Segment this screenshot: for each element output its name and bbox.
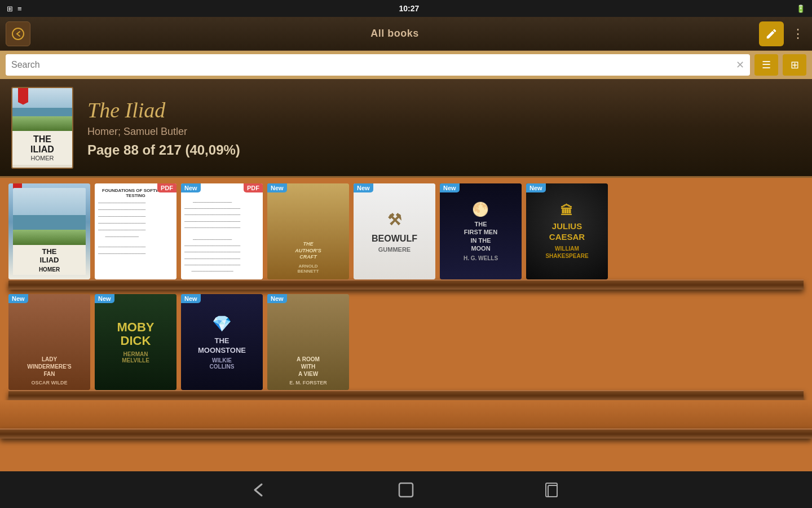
book-julius-caesar[interactable]: New 🏛 JULIUSCAESAR WILLIAMSHAKESPEARE — [526, 183, 608, 279]
book-first-men[interactable]: New 🌕 THEFIRST MENIN THEMOON H. G. WELLS — [440, 183, 522, 279]
book-lady-windermere[interactable]: New LADYWINDERMERE'SFAN OSCAR WILDE — [8, 294, 90, 390]
shelf-row-2: New LADYWINDERMERE'SFAN OSCAR WILDE New — [8, 294, 804, 390]
book-beowulf[interactable]: New ⚒ BEOWULF GUMMERE — [354, 183, 435, 279]
moon-icon: 🌕 — [464, 202, 498, 217]
featured-ribbon — [18, 88, 28, 105]
status-bar: ⊞ ≡ 10:27 🔋 — [0, 0, 812, 17]
grid-icon: ⊞ — [7, 5, 13, 13]
svg-point-0 — [12, 28, 24, 40]
book-title: A ROOMWITHA VIEW — [289, 356, 327, 378]
status-time: 10:27 — [399, 4, 419, 13]
svg-rect-3 — [548, 485, 557, 497]
search-input-wrap[interactable]: ✕ — [6, 54, 750, 76]
book-title: THEILIAD — [15, 247, 83, 265]
pdf-badge: PDF — [244, 183, 263, 192]
book-content: ────────────── ──────────────────── ────… — [184, 199, 240, 274]
new-badge: New — [8, 294, 28, 303]
book-moonstone[interactable]: New 💎 THEMOONSTONE WILKIECOLLINS — [181, 294, 263, 390]
back-button[interactable] — [6, 21, 30, 46]
book-room-view[interactable]: New A ROOMWITHA VIEW E. M. FORSTER — [267, 294, 349, 390]
nav-home-button[interactable] — [389, 476, 423, 504]
edit-button[interactable] — [759, 21, 784, 46]
status-icons-left: ⊞ ≡ — [7, 5, 22, 13]
bars-icon: ≡ — [17, 5, 22, 13]
clear-search-button[interactable]: ✕ — [736, 59, 744, 71]
shelf-section: THEILIAD HOMER PDF FOUNDATIONS OF SOFTWA… — [0, 178, 812, 471]
new-badge: New — [95, 294, 114, 303]
book-title: THEMOONSTONE — [198, 336, 246, 356]
book-author: GUMMERE — [372, 246, 417, 253]
featured-book-banner[interactable]: THEILIAD HOMER The Iliad Homer; Samuel B… — [0, 79, 812, 178]
app-wrapper: ⊞ ≡ 10:27 🔋 All books ⋮ — [0, 0, 812, 508]
shelf-board-3 — [0, 428, 812, 439]
nav-back-button[interactable] — [242, 476, 276, 504]
featured-info: The Iliad Homer; Samuel Butler Page 88 o… — [87, 98, 801, 158]
svg-rect-1 — [399, 483, 413, 497]
search-bar: ✕ ☰ ⊞ — [0, 51, 812, 79]
status-icons-right: 🔋 — [796, 5, 805, 13]
book-title: JULIUSCAESAR — [545, 221, 588, 243]
featured-title: The Iliad — [87, 98, 801, 122]
battery-icon: 🔋 — [796, 5, 805, 13]
book-author: HOMER — [15, 266, 83, 273]
new-badge: New — [267, 294, 287, 303]
book-title: MOBYDICK — [117, 321, 155, 348]
featured-cover: THEILIAD HOMER — [11, 87, 73, 169]
book-author: E. M. FORSTER — [289, 380, 327, 386]
book-author: H. G. WELLS — [464, 255, 498, 261]
search-input[interactable] — [11, 60, 736, 70]
book-unknown-pdf[interactable]: New PDF ────────────── ─────────────────… — [181, 183, 263, 279]
moonstone-icon: 💎 — [198, 314, 246, 333]
book-content: ───────────────── ───────────────── ────… — [98, 200, 145, 256]
featured-author: Homer; Samuel Butler — [87, 126, 801, 138]
new-badge: New — [354, 183, 373, 192]
book-author: OSCAR WILDE — [27, 380, 72, 386]
shelf-row-1-wrap: THEILIAD HOMER PDF FOUNDATIONS OF SOFTWA… — [0, 178, 812, 290]
nav-recents-button[interactable] — [536, 476, 570, 504]
laurel-icon: 🏛 — [545, 204, 588, 218]
featured-progress: Page 88 of 217 (40,09%) — [87, 142, 801, 158]
beowulf-hammer-icon: ⚒ — [372, 211, 417, 229]
book-subtitle: THEAUTHOR'SCRAFT — [295, 241, 321, 261]
book-title: LADYWINDERMERE'SFAN — [27, 356, 72, 378]
book-foundations[interactable]: PDF FOUNDATIONS OF SOFTWARE TESTING ────… — [95, 183, 176, 279]
more-menu-button[interactable]: ⋮ — [789, 21, 806, 46]
featured-cover-title: THEILIAD — [15, 134, 70, 154]
new-badge: New — [267, 183, 287, 192]
book-author: WILKIECOLLINS — [198, 357, 246, 370]
shelf-row-2-wrap: New LADYWINDERMERE'SFAN OSCAR WILDE New — [0, 290, 812, 400]
app-title: All books — [370, 28, 419, 40]
content-area: THEILIAD HOMER The Iliad Homer; Samuel B… — [0, 79, 812, 471]
grid-view-button[interactable]: ⊞ — [783, 54, 806, 76]
new-badge: New — [181, 294, 201, 303]
top-bar-right: ⋮ — [759, 21, 806, 46]
top-bar-left — [6, 21, 30, 46]
book-author: HERMANMELVILLE — [117, 351, 155, 364]
book-moby-dick[interactable]: New MOBYDICK HERMANMELVILLE — [95, 294, 176, 390]
top-bar: All books ⋮ — [0, 17, 812, 51]
shelf-row-1: THEILIAD HOMER PDF FOUNDATIONS OF SOFTWA… — [8, 183, 804, 279]
featured-cover-author: HOMER — [15, 155, 70, 161]
book-author: ARNOLDBENNETT — [295, 264, 321, 274]
book-authors-craft[interactable]: New THEAUTHOR'SCRAFT ARNOLDBENNETT — [267, 183, 349, 279]
new-badge: New — [526, 183, 546, 192]
book-iliad[interactable]: THEILIAD HOMER — [8, 183, 90, 279]
empty-shelf-bottom — [0, 400, 812, 428]
book-title: BEOWULF — [372, 234, 417, 244]
list-view-button[interactable]: ☰ — [754, 54, 778, 76]
book-title: THEFIRST MENIN THEMOON — [464, 220, 498, 252]
book-author: WILLIAMSHAKESPEARE — [545, 245, 588, 260]
shelf-board-1 — [8, 279, 804, 290]
pdf-badge: PDF — [157, 183, 176, 192]
nav-bar — [0, 471, 812, 508]
new-badge: New — [181, 183, 201, 192]
new-badge: New — [440, 183, 460, 192]
shelf-board-2 — [8, 390, 804, 400]
